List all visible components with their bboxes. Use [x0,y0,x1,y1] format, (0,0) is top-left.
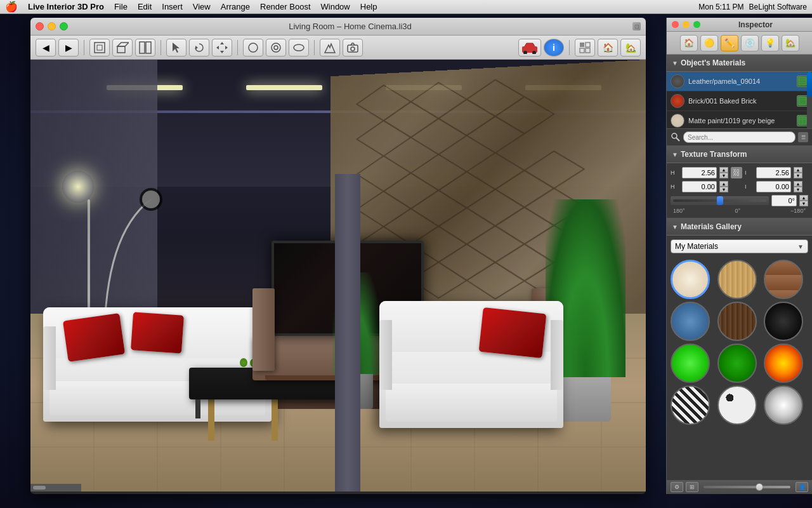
maximize-button[interactable] [60,22,68,30]
tt-angle-labels: 180° 0° −180° [671,208,808,214]
tt-offset-l-up[interactable]: ▲ [794,181,802,187]
inspector-size-slider[interactable] [704,486,790,488]
toolbar-forward[interactable]: ▶ [58,39,79,57]
gallery-item-wood-dark[interactable] [717,302,757,341]
tt-scale-l-input[interactable] [756,167,791,178]
menubar-arrange[interactable]: Arrange [221,2,250,11]
tt-scale-h-up[interactable]: ▲ [719,167,728,173]
tt-scale-h-down[interactable]: ▼ [719,173,728,178]
toolbar-build[interactable] [320,39,340,57]
inspector-add-button[interactable]: ⊞ [686,482,698,492]
gallery-item-fire[interactable] [764,344,803,383]
materials-menu-button[interactable]: ☰ [798,132,808,142]
materials-search-input[interactable] [683,131,796,143]
gallery-item-cream[interactable] [671,260,710,299]
tt-offset-l-input[interactable] [756,181,791,192]
toolbar-view2[interactable]: 🏠 [598,39,618,57]
toolbar-view1[interactable] [575,39,595,57]
menubar-insert[interactable]: Insert [162,2,183,11]
tab-object[interactable]: 🟡 [700,35,718,51]
gallery-dropdown[interactable]: My Materials ▼ [671,239,808,253]
tt-scale-l-up[interactable]: ▲ [794,167,802,173]
gallery-grid [667,257,812,427]
inspector-settings-button[interactable]: ⚙ [671,482,683,492]
inspector-maximize[interactable] [693,21,700,28]
tab-texture[interactable]: 💿 [741,35,759,51]
eyedropper-icon[interactable] [671,132,681,142]
gallery-dropdown-label: My Materials [675,242,718,251]
tab-material[interactable]: ✏️ [721,35,738,51]
tt-link-button[interactable]: ⛓ [731,167,742,178]
toolbar-info[interactable]: i [544,39,564,57]
gallery-item-brick[interactable] [764,260,803,299]
svg-line-48 [676,138,679,141]
materials-scrollbar[interactable] [807,72,812,128]
menubar-window[interactable]: Window [321,2,350,11]
tt-scale-l-down[interactable]: ▼ [794,173,802,178]
tt-offset-h-spinner[interactable]: ▲ ▼ [719,181,728,192]
texture-transform-header: ▼ Texture Transform [667,146,812,163]
tt-offset-l-down[interactable]: ▼ [794,187,802,192]
toolbar-car[interactable] [518,39,541,57]
inspector-user-button[interactable]: 👤 [796,482,808,492]
tab-light[interactable]: 💡 [761,35,779,51]
inspector-close[interactable] [672,21,679,28]
tt-scale-l-spinner[interactable]: ▲ ▼ [794,167,802,178]
toolbar-view3[interactable]: 🏡 [620,39,641,57]
tab-scene[interactable]: 🏡 [782,35,799,51]
tab-room[interactable]: 🏠 [680,35,698,51]
tt-angle-input[interactable] [771,195,797,206]
apple-menu[interactable]: 🍎 [5,1,18,13]
toolbar-split[interactable] [135,39,155,57]
gallery-item-spots[interactable] [717,385,757,425]
gallery-item-green-dark[interactable] [717,344,757,383]
material-item-paint[interactable]: Matte paint/1019 grey beige [667,111,812,129]
window-resize-button[interactable]: ⊡ [632,22,641,30]
menubar-appname[interactable]: Live Interior 3D Pro [28,2,104,11]
minimize-button[interactable] [48,22,56,30]
tt-offset-h-down[interactable]: ▼ [719,187,728,192]
materials-scrollbar-thumb[interactable] [807,72,812,97]
toolbar-sphere[interactable] [243,39,263,57]
viewport[interactable] [30,60,646,491]
toolbar-3d-view[interactable] [112,39,133,57]
material-swatch-paint [671,114,684,128]
menubar-help[interactable]: Help [360,2,377,11]
close-button[interactable] [36,22,44,30]
menubar-view[interactable]: View [193,2,211,11]
menubar-file[interactable]: File [114,2,128,11]
tt-rotation-slider[interactable] [671,196,769,205]
tt-angle-spinner[interactable]: ▲ ▼ [799,195,808,206]
tt-angle-down[interactable]: ▼ [799,201,808,206]
gallery-item-black[interactable] [764,302,803,341]
viewport-scrollbar[interactable] [30,484,81,491]
tt-slider-thumb[interactable] [717,196,723,205]
materials-list[interactable]: Leather/pamela_09014 Brick/001 Baked Bri… [667,72,812,129]
menubar-edit[interactable]: Edit [138,2,152,11]
tt-angle-up[interactable]: ▲ [799,195,808,201]
inspector-minimize[interactable] [683,21,690,28]
tt-offset-h-input[interactable] [682,181,717,192]
inspector-bottom-bar: ⚙ ⊞ 👤 [667,480,812,494]
tt-offset-h-up[interactable]: ▲ [719,181,728,187]
toolbar-camera[interactable] [343,39,363,57]
toolbar-rotate[interactable] [189,39,209,57]
toolbar-move[interactable] [212,39,232,57]
inspector-slider-thumb[interactable] [756,483,763,491]
gallery-item-wood-light[interactable] [717,260,757,299]
tt-offset-l-spinner[interactable]: ▲ ▼ [794,181,802,192]
tt-scale-h-spinner[interactable]: ▲ ▼ [719,167,728,178]
toolbar-select[interactable] [166,39,187,57]
toolbar-oval[interactable] [289,39,309,57]
gallery-item-green-bright[interactable] [671,344,710,383]
gallery-item-water[interactable] [671,302,710,341]
gallery-item-silver[interactable] [764,385,803,425]
menubar-renderbost[interactable]: Render Boost [260,2,311,11]
toolbar-floorplan[interactable] [89,39,110,57]
gallery-item-zebra[interactable] [671,385,710,425]
material-item-brick[interactable]: Brick/001 Baked Brick [667,91,812,111]
toolbar-back[interactable]: ◀ [36,39,56,57]
tt-scale-h-input[interactable] [682,167,717,178]
toolbar-ring[interactable] [266,39,286,57]
material-item-leather[interactable]: Leather/pamela_09014 [667,72,812,91]
